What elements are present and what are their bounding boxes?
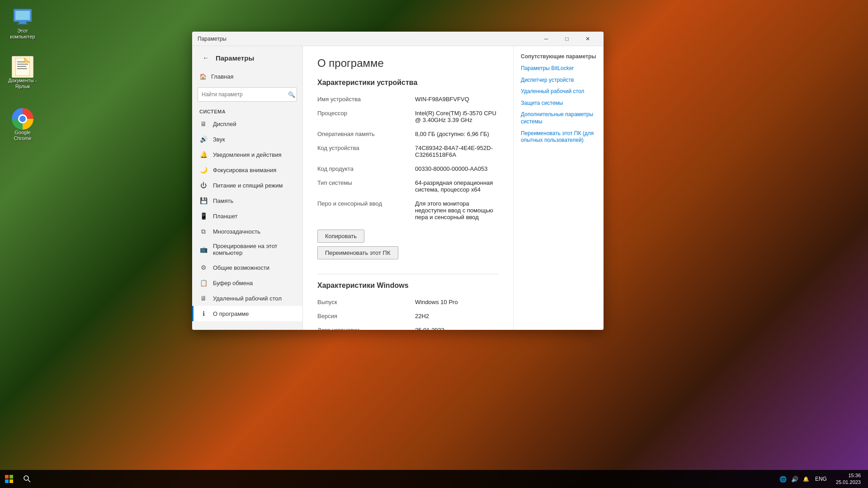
close-button[interactable]: ✕ — [577, 32, 598, 46]
taskbar-clock[interactable]: 15:36 25.01.2023 — [832, 472, 864, 486]
system-type-value: 64-разрядная операционная система, проце… — [415, 178, 499, 195]
search-input[interactable] — [198, 87, 297, 102]
rename-pc-button[interactable]: Переименовать этот ПК — [317, 246, 398, 259]
svg-rect-3 — [17, 23, 28, 24]
svg-rect-12 — [9, 479, 13, 483]
nav-storage[interactable]: 💾 Память — [192, 193, 302, 208]
nav-multitasking[interactable]: ⧉ Многозадачность — [192, 224, 302, 239]
maximize-button[interactable]: □ — [557, 32, 577, 46]
search-icon[interactable]: 🔍 — [288, 91, 295, 98]
nav-projecting-label: Проецирование на этот компьютер — [213, 243, 295, 256]
nav-sound[interactable]: 🔊 Звук — [192, 131, 302, 147]
section-divider — [317, 274, 499, 274]
accessibility-icon: ⚙ — [199, 263, 208, 272]
desktop-icon-chrome[interactable]: Google Chrome — [5, 106, 41, 143]
nav-remote-label: Удаленный рабочий стол — [213, 295, 282, 302]
taskbar-search-button[interactable] — [18, 470, 36, 488]
nav-display-label: Дисплей — [213, 121, 236, 127]
install-date-value: 25.01.2023 — [415, 325, 499, 330]
multitasking-icon: ⧉ — [199, 227, 208, 235]
title-bar: Параметры ─ □ ✕ — [192, 32, 604, 46]
svg-rect-10 — [9, 475, 13, 479]
nav-power[interactable]: ⏻ Питание и спящий режим — [192, 178, 302, 193]
nav-focus[interactable]: 🌙 Фокусировка внимания — [192, 162, 302, 178]
window-controls: ─ □ ✕ — [536, 32, 598, 46]
taskbar-search-icon — [24, 475, 31, 483]
pen-label: Перо и сенсорный ввод — [317, 198, 408, 222]
window-title: Параметры — [198, 36, 536, 42]
home-label: Главная — [211, 73, 233, 80]
nav-storage-label: Память — [213, 197, 233, 204]
doc-file-icon — [15, 58, 30, 76]
nav-notifications-label: Уведомления и действия — [213, 151, 282, 158]
language-indicator[interactable]: ENG — [813, 475, 829, 483]
related-link-device-manager[interactable]: Диспетчер устройств — [521, 77, 596, 84]
nav-accessibility-label: Общие возможности — [213, 264, 269, 271]
nav-display[interactable]: 🖥 Дисплей — [192, 116, 302, 131]
nav-sound-label: Звук — [213, 136, 225, 143]
nav-notifications[interactable]: 🔔 Уведомления и действия — [192, 147, 302, 162]
related-link-bitlocker[interactable]: Параметры BitLocker — [521, 65, 596, 72]
sidebar-title: Параметры — [216, 54, 254, 62]
chrome-icon — [12, 108, 33, 130]
nav-accessibility[interactable]: ⚙ Общие возможности — [192, 260, 302, 275]
page-title: О программе — [317, 57, 499, 70]
taskbar: 🌐 🔊 🔔 ENG 15:36 25.01.2023 — [0, 470, 868, 488]
back-button[interactable]: ← — [199, 52, 212, 64]
rename-button-container: Переименовать этот ПК — [317, 246, 499, 267]
ram-value: 8,00 ГБ (доступно: 6,96 ГБ) — [415, 129, 499, 139]
windows-logo-icon — [5, 475, 13, 483]
nav-projecting[interactable]: 📺 Проецирование на этот компьютер — [192, 239, 302, 260]
related-link-rename-pc[interactable]: Переименовать этот ПК (для опытных польз… — [521, 130, 596, 144]
related-link-system-protection[interactable]: Защита системы — [521, 100, 596, 107]
projecting-icon: 📺 — [199, 245, 208, 253]
battery-icon[interactable]: 🔔 — [802, 475, 811, 483]
systray: 🌐 🔊 🔔 ENG — [774, 475, 832, 483]
svg-rect-11 — [5, 479, 9, 483]
settings-sidebar: ← Параметры 🏠 Главная 🔍 Система 🖥 Диспле… — [192, 46, 303, 330]
nav-multitasking-label: Многозадачность — [213, 228, 260, 235]
documents-icon — [12, 56, 33, 78]
install-date-label: Дата установки — [317, 325, 408, 330]
svg-rect-2 — [19, 22, 26, 23]
search-box: 🔍 — [198, 87, 297, 102]
nav-tablet[interactable]: 📱 Планшет — [192, 208, 302, 224]
pen-value: Для этого монитора недоступен ввод с пом… — [415, 198, 499, 222]
windows-info-grid: Выпуск Windows 10 Pro Версия 22H2 Дата у… — [317, 297, 499, 330]
processor-value: Intel(R) Core(TM) i5-3570 CPU @ 3.40GHz … — [415, 108, 499, 125]
nav-clipboard[interactable]: 📋 Буфер обмена — [192, 275, 302, 291]
related-link-advanced-system[interactable]: Дополнительные параметры системы — [521, 111, 596, 125]
start-button[interactable] — [0, 470, 18, 488]
device-section-title: Характеристики устройства — [317, 79, 499, 87]
windows-section-title: Характеристики Windows — [317, 282, 499, 290]
storage-icon: 💾 — [199, 197, 208, 205]
product-id-value: 00330-80000-00000-AA053 — [415, 164, 499, 174]
chrome-label: Google Chrome — [6, 130, 39, 141]
related-link-remote-desktop[interactable]: Удаленный рабочий стол — [521, 88, 596, 95]
svg-rect-8 — [17, 68, 27, 69]
sidebar-header: ← Параметры — [192, 46, 302, 70]
device-name-value: WIN-F98A9BFVFVQ — [415, 94, 499, 104]
nav-about-label: О программе — [213, 310, 249, 317]
desktop-icon-this-pc[interactable]: Этот компьютер — [5, 5, 41, 42]
settings-content: ← Параметры 🏠 Главная 🔍 Система 🖥 Диспле… — [192, 46, 604, 330]
copy-device-button[interactable]: Копировать — [317, 230, 364, 243]
svg-rect-1 — [15, 11, 30, 20]
edition-label: Выпуск — [317, 297, 408, 307]
minimize-button[interactable]: ─ — [536, 32, 557, 46]
documents-label: Документы -Ярлык — [8, 78, 37, 89]
desktop-icon-documents[interactable]: Документы -Ярлык — [5, 54, 41, 91]
svg-rect-9 — [5, 475, 9, 479]
volume-icon[interactable]: 🔊 — [790, 475, 800, 483]
nav-about[interactable]: ℹ О программе — [192, 306, 302, 321]
network-icon[interactable]: 🌐 — [778, 475, 788, 483]
focus-icon: 🌙 — [199, 166, 208, 174]
edition-value: Windows 10 Pro — [415, 297, 499, 307]
nav-power-label: Питание и спящий режим — [213, 182, 283, 189]
ram-label: Оперативная память — [317, 129, 408, 139]
sidebar-home-link[interactable]: 🏠 Главная — [192, 70, 302, 84]
nav-remote[interactable]: 🖥 Удаленный рабочий стол — [192, 291, 302, 306]
chrome-inner-circle — [18, 114, 27, 123]
remote-icon: 🖥 — [199, 294, 208, 302]
settings-window: Параметры ─ □ ✕ ← Параметры 🏠 Главная — [192, 32, 604, 330]
